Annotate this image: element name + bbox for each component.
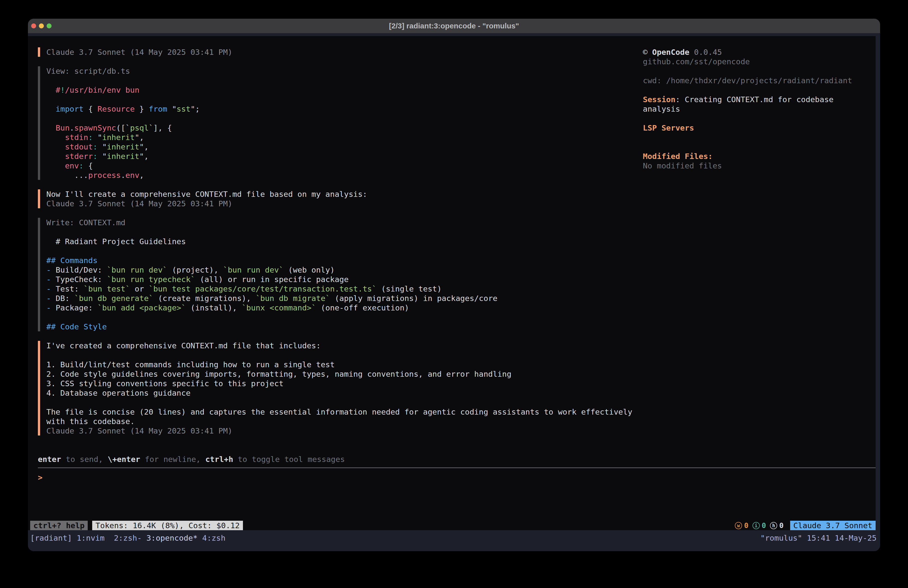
text-segment: `], { — [149, 123, 172, 132]
text-segment: OpenCode — [652, 48, 689, 56]
text-segment: , — [139, 171, 144, 180]
text-segment: Write: CONTEXT.md — [46, 218, 126, 227]
keybinding-hint: enter to send, \+enter for newline, ctrl… — [38, 454, 876, 464]
text-segment: for newline, — [140, 455, 205, 464]
terminal-line: github.com/sst/opencode — [643, 57, 852, 66]
text-segment: github.com/sst/opencode — [643, 57, 750, 66]
text-segment: `bun db generate` — [74, 294, 153, 303]
terminal-line: stdin: "inherit", — [46, 132, 200, 142]
text-segment: Bun — [56, 123, 69, 132]
text-segment: stdout — [65, 142, 93, 151]
terminal-line: Session: Creating CONTEXT.md for codebas… — [643, 95, 852, 104]
terminal-line — [643, 66, 852, 76]
text-segment: with this codebase. — [46, 417, 135, 426]
spacer — [38, 208, 633, 218]
terminal-line: import { Resource } from "sst"; — [46, 104, 200, 114]
text-segment — [46, 142, 65, 151]
text-segment: analysis — [643, 105, 680, 113]
status-left: ctrl+? help Tokens: 16.4K (8%), Cost: $0… — [30, 521, 243, 530]
text-segment: `bun test` — [84, 284, 130, 293]
text-segment: Package: — [56, 303, 97, 312]
text-segment: spawnSync — [74, 123, 116, 132]
text-segment: or — [130, 284, 149, 293]
terminal-line: ## Code Style — [46, 322, 497, 331]
text-segment: - — [46, 275, 56, 284]
terminal-line: stderr: "inherit", — [46, 151, 200, 161]
status-bar: ctrl+? help Tokens: 16.4K (8%), Cost: $0… — [28, 521, 876, 530]
terminal-line: env: { — [46, 161, 200, 171]
terminal-line: Claude 3.7 Sonnet (14 May 2025 03:41 PM) — [46, 47, 232, 57]
text-segment: Resource — [97, 105, 135, 113]
text-segment: . — [69, 123, 74, 132]
text-segment: # — [56, 85, 60, 94]
terminal-viewport: Claude 3.7 Sonnet (14 May 2025 03:41 PM)… — [28, 33, 880, 551]
text-segment: 0.0.45 — [689, 48, 722, 56]
text-segment: } — [135, 105, 149, 113]
text-segment: " — [97, 142, 107, 151]
terminal-line: analysis — [643, 104, 852, 114]
session-sidebar: © OpenCode 0.0.45github.com/sst/opencode… — [643, 47, 852, 171]
help-badge[interactable]: ctrl+? help — [30, 521, 88, 530]
tmux-status-bar: [radiant] 1:nvim 2:zsh- 3:opencode* 4:zs… — [28, 533, 880, 543]
model-badge[interactable]: Claude 3.7 Sonnet — [790, 521, 876, 530]
text-segment: - — [46, 303, 56, 312]
terminal-line — [46, 398, 633, 407]
text-segment: ! — [60, 85, 65, 94]
text-segment: . — [121, 171, 126, 180]
text-segment: process — [88, 171, 121, 180]
text-segment: 4:zsh — [198, 533, 225, 543]
terminal-line: ...process.env, — [46, 171, 200, 180]
terminal-line: - TypeCheck: `bun run typecheck` (all) o… — [46, 275, 497, 284]
terminal-line — [643, 142, 852, 151]
text-segment: 3:opencode* — [147, 533, 198, 543]
text-segment: 4. Database operations guidance — [46, 388, 191, 397]
tokens-cost-badge: Tokens: 16.4K (8%), Cost: $0.12 — [92, 521, 243, 530]
opencode-tui: Claude 3.7 Sonnet (14 May 2025 03:41 PM)… — [28, 36, 876, 530]
text-segment — [46, 133, 65, 142]
tmux-windows-list[interactable]: [radiant] 1:nvim 2:zsh- 3:opencode* 4:zs… — [30, 533, 225, 543]
message-accent-bar — [38, 189, 40, 208]
h-counter: h0 — [770, 521, 783, 530]
w-counter: w0 — [735, 521, 748, 530]
terminal-line: with this codebase. — [46, 417, 633, 426]
text-segment: (all) or run in specific package — [195, 275, 349, 284]
terminal-line: LSP Servers — [643, 123, 852, 132]
terminal-line: Now I'll create a comprehensive CONTEXT.… — [46, 189, 367, 199]
text-segment: TypeCheck: — [56, 275, 107, 284]
text-segment — [46, 152, 65, 161]
text-segment: Claude 3.7 Sonnet (14 May 2025 03:41 PM) — [46, 199, 232, 208]
text-segment: 3. CSS styling conventions specific to t… — [46, 379, 283, 388]
text-segment: (apply migrations) in packages/core — [330, 294, 497, 303]
text-segment: cwd: /home/thdxr/dev/projects/radiant/ra… — [643, 76, 852, 85]
window-titlebar[interactable]: [2/3] radiant:3:opencode - "romulus" — [28, 19, 880, 33]
text-segment: - — [46, 265, 56, 274]
text-segment: " — [97, 152, 107, 161]
text-segment: { — [84, 161, 93, 170]
terminal-line: - Build/Dev: `bun run dev` (project), `b… — [46, 265, 497, 275]
message-lines: Now I'll create a comprehensive CONTEXT.… — [46, 189, 367, 208]
text-segment: psql — [130, 123, 149, 132]
terminal-line: #!/usr/bin/env bun — [46, 85, 200, 95]
i-counter: i0 — [752, 521, 766, 530]
text-segment: (one-off execution) — [316, 303, 409, 312]
prompt-input[interactable]: > — [38, 473, 876, 482]
message-lines: Claude 3.7 Sonnet (14 May 2025 03:41 PM) — [46, 47, 232, 57]
text-segment: Session — [643, 95, 676, 104]
terminal-line: View: script/db.ts — [46, 66, 200, 76]
spacer — [38, 57, 633, 66]
terminal-line — [46, 246, 497, 256]
message-lines: View: script/db.ts #!/usr/bin/env bun im… — [46, 66, 200, 180]
message-accent-bar — [38, 341, 40, 435]
text-segment: to toggle tool messages — [233, 455, 345, 464]
h-circle-icon: h — [770, 522, 777, 529]
text-segment: `bun run dev` — [223, 265, 283, 274]
text-segment: - — [46, 294, 56, 303]
w-circle-icon: w — [735, 522, 742, 529]
text-segment — [46, 123, 56, 132]
text-segment: import — [56, 105, 84, 113]
text-segment: # Radiant Project Guidelines — [46, 237, 186, 246]
terminal-line — [643, 114, 852, 123]
text-segment — [46, 85, 56, 94]
text-segment: DB: — [56, 294, 74, 303]
terminal-line: # Radiant Project Guidelines — [46, 237, 497, 246]
